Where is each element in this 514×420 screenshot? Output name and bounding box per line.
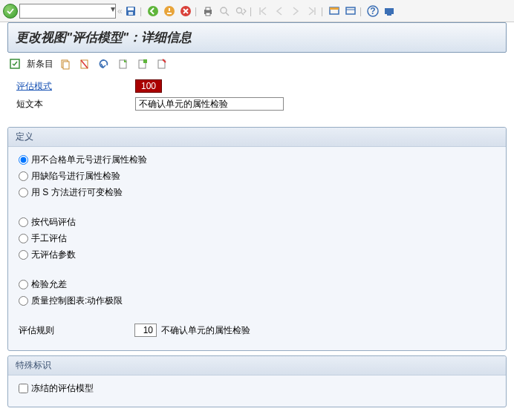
svg-rect-20	[387, 14, 391, 16]
separator: «	[117, 4, 122, 19]
svg-rect-2	[128, 12, 133, 15]
print-icon[interactable]	[201, 4, 215, 19]
svg-point-9	[221, 7, 227, 13]
separator: |	[140, 4, 144, 19]
eval-mode-label[interactable]: 评估模式	[16, 80, 135, 93]
svg-rect-19	[385, 8, 394, 14]
settings-icon[interactable]	[382, 4, 397, 19]
svg-line-10	[226, 13, 229, 16]
eval-mode-value[interactable]: 100	[135, 79, 162, 93]
svg-rect-1	[128, 7, 134, 10]
radio-label: 用 S 方法进行可变检验	[31, 186, 123, 199]
svg-point-11	[237, 7, 242, 13]
svg-rect-7	[206, 7, 210, 10]
eval-rule-text: 不确认单元的属性检验	[161, 324, 250, 337]
svg-rect-8	[206, 13, 210, 16]
application-toolbar: 新条目	[0, 53, 514, 75]
radio-label: 检验允差	[31, 278, 67, 291]
radio-opt-3[interactable]	[19, 217, 28, 227]
form-area: 评估模式 100 短文本	[0, 75, 514, 122]
undo-icon[interactable]	[97, 56, 111, 71]
definition-title: 定义	[8, 128, 506, 147]
exit-icon[interactable]	[162, 4, 177, 19]
toggle-icon[interactable]	[7, 56, 22, 71]
separator: |	[360, 4, 364, 19]
help-icon[interactable]: ?	[365, 4, 380, 19]
radio-label: 用不合格单元号进行属性检验	[31, 154, 147, 166]
radio-label: 无评估参数	[31, 249, 76, 261]
radio-opt-2[interactable]	[19, 188, 28, 197]
svg-point-3	[148, 6, 158, 16]
radio-label: 质量控制图表:动作极限	[31, 295, 123, 307]
svg-rect-15	[346, 7, 355, 14]
svg-rect-28	[143, 59, 147, 63]
radio-opt-4[interactable]	[19, 234, 28, 243]
frozen-label: 冻结的评估模型	[31, 382, 94, 395]
frozen-checkbox[interactable]	[19, 384, 28, 393]
last-page-icon	[305, 4, 319, 19]
radio-opt-1[interactable]	[19, 171, 28, 181]
eval-rule-input[interactable]	[134, 324, 157, 337]
radio-label: 用缺陷号进行属性检验	[31, 170, 120, 183]
cancel-icon[interactable]	[178, 4, 193, 19]
prev-page-icon	[272, 4, 287, 19]
radio-opt-0[interactable]	[19, 155, 28, 165]
page-title: 更改视图"评估模型"：详细信息	[7, 22, 507, 53]
short-text-label: 短文本	[16, 98, 135, 111]
back-icon[interactable]	[146, 4, 160, 19]
eval-rule-label: 评估规则	[19, 324, 134, 337]
select-block-icon[interactable]	[135, 56, 150, 71]
find-icon	[217, 4, 232, 19]
svg-rect-14	[330, 7, 339, 10]
radio-label: 手工评估	[31, 232, 67, 245]
definition-group: 定义 用不合格单元号进行属性检验 用缺陷号进行属性检验 用 S 方法进行可变检验…	[7, 127, 507, 351]
layout-icon[interactable]	[343, 4, 358, 19]
radio-opt-6[interactable]	[19, 280, 28, 289]
separator: |	[321, 4, 325, 19]
copy-icon[interactable]	[58, 56, 73, 71]
command-field[interactable]	[19, 4, 116, 19]
separator: |	[250, 4, 254, 19]
svg-text:?: ?	[370, 6, 375, 16]
find-next-icon	[233, 4, 248, 19]
radio-opt-7[interactable]	[19, 296, 28, 306]
chevron-down-icon[interactable]: ▾	[111, 4, 115, 14]
new-entry-button[interactable]: 新条目	[27, 58, 53, 70]
enter-button[interactable]	[3, 4, 18, 19]
system-toolbar: ▾ « | | | | | ?	[0, 0, 514, 22]
delete-icon[interactable]	[77, 56, 92, 71]
command-field-wrap: ▾	[19, 4, 116, 19]
deselect-icon[interactable]	[154, 56, 169, 71]
radio-opt-5[interactable]	[19, 250, 28, 260]
radio-label: 按代码评估	[31, 216, 76, 229]
select-icon[interactable]	[116, 56, 131, 71]
short-text-input[interactable]	[135, 97, 284, 111]
special-title: 特殊标识	[8, 356, 506, 375]
next-page-icon	[288, 4, 303, 19]
save-icon[interactable]	[123, 4, 138, 19]
first-page-icon	[256, 4, 270, 19]
svg-rect-23	[63, 62, 69, 69]
new-session-icon[interactable]	[327, 4, 342, 19]
special-group: 特殊标识 冻结的评估模型	[7, 355, 507, 407]
separator: |	[195, 4, 199, 19]
svg-line-12	[241, 13, 244, 15]
